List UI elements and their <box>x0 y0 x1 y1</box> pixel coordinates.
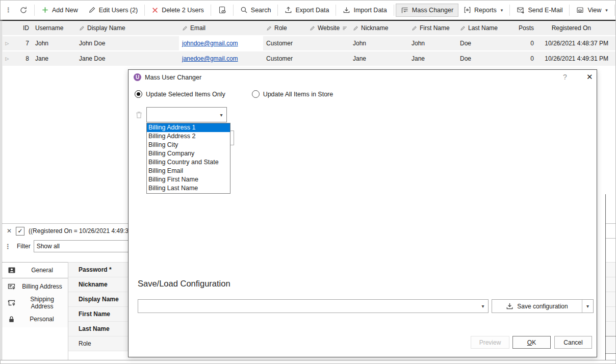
dropdown-option[interactable]: Billing First Name <box>147 175 230 184</box>
edit-pencil-icon <box>79 25 85 31</box>
send-email-button[interactable]: Send E-Mail <box>511 4 568 17</box>
column-header-last-name[interactable]: Last Name <box>457 21 508 35</box>
dropdown-option[interactable]: Billing Address 2 <box>147 132 230 141</box>
cancel-button[interactable]: Cancel <box>554 336 592 349</box>
column-header-username[interactable]: Username <box>32 21 76 35</box>
view-eye-icon <box>576 6 584 14</box>
refresh-button[interactable] <box>14 4 33 17</box>
trash-icon[interactable] <box>135 111 143 119</box>
row-expand-arrow-icon[interactable]: ▷ <box>3 36 12 50</box>
row-expand-arrow-icon[interactable]: ▷ <box>3 51 12 66</box>
form-row-band <box>606 262 616 354</box>
dropdown-option[interactable]: Billing Last Name <box>147 184 230 193</box>
cell-registered-on[interactable]: 10/26/2021 4:48:37 PM <box>537 36 612 50</box>
cell-id[interactable]: 7 <box>12 36 32 50</box>
tab-billing-address[interactable]: Billing Address <box>2 278 68 295</box>
tab-personal[interactable]: Personal <box>2 311 68 327</box>
column-header-email[interactable]: Email <box>179 21 263 35</box>
search-label: Search <box>251 7 271 14</box>
cell-nickname[interactable]: John <box>350 36 408 50</box>
cell-posts[interactable]: 0 <box>508 36 537 50</box>
cell-nickname[interactable]: Jane <box>350 51 408 66</box>
cell-display-name[interactable]: John Doe <box>76 36 179 50</box>
cell-id[interactable]: 8 <box>12 51 32 66</box>
column-header-first-name[interactable]: First Name <box>408 21 457 35</box>
cell-website[interactable] <box>306 36 350 50</box>
close-icon[interactable]: ✕ <box>7 227 12 235</box>
add-new-button[interactable]: Add New <box>36 4 83 16</box>
column-header-id[interactable]: ID <box>12 21 32 35</box>
tab-general[interactable]: General <box>2 262 68 278</box>
dropdown-option[interactable]: Billing Company <box>147 149 230 158</box>
ok-button[interactable]: OK <box>512 336 551 349</box>
history-button[interactable] <box>213 3 232 17</box>
column-header-display-name[interactable]: Display Name <box>76 21 179 35</box>
column-header-nickname[interactable]: Nickname <box>350 21 408 35</box>
field-label-first-name: First Name <box>68 307 128 322</box>
cell-username[interactable]: John <box>32 36 76 50</box>
save-configuration-button[interactable]: Save configuration <box>492 300 582 313</box>
dropdown-option[interactable]: Billing Country and State <box>147 158 230 167</box>
save-configuration-dropdown[interactable]: ▾ <box>582 300 593 313</box>
save-configuration-label: Save configuration <box>517 303 568 310</box>
filter-select[interactable]: Show all <box>34 240 129 252</box>
toolbar-grip-icon[interactable]: ⋮ <box>3 7 14 13</box>
import-data-button[interactable]: Import Data <box>338 4 392 16</box>
cell-display-name[interactable]: Jane Doe <box>76 51 179 66</box>
table-row-john[interactable]: ▷ 7 John John Doe johndoe@gmail.com Cust… <box>3 36 616 50</box>
close-icon[interactable]: ✕ <box>586 72 593 82</box>
dropdown-option[interactable]: Billing City <box>147 141 230 149</box>
toolbar-separator <box>144 5 145 16</box>
send-email-label: Send E-Mail <box>528 7 562 14</box>
cell-role[interactable]: Customer <box>263 51 306 66</box>
cell-last-name[interactable]: Doe <box>457 51 508 66</box>
column-header-website[interactable]: Website <box>306 21 350 35</box>
cell-email[interactable]: janedoe@gmail.com <box>179 51 263 66</box>
tab-label: General <box>20 267 68 274</box>
column-header-posts[interactable]: Posts <box>508 21 537 35</box>
cell-registered-on[interactable]: 10/26/2021 4:49:31 PM <box>537 51 612 66</box>
dropdown-option-selected[interactable]: Billing Address 1 <box>147 123 230 132</box>
cell-posts[interactable]: 0 <box>508 51 537 66</box>
column-header-registered-on[interactable]: Registered On <box>537 21 612 35</box>
view-button[interactable]: View ▾ <box>571 4 612 17</box>
reports-button[interactable]: Reports ▾ <box>458 4 508 16</box>
field-label-last-name: Last Name <box>68 322 128 336</box>
field-label-display-name: Display Name <box>68 292 128 307</box>
field-combobox[interactable]: ▾ <box>146 107 227 122</box>
config-combobox[interactable]: ▾ <box>138 299 489 313</box>
cell-username[interactable]: Jane <box>32 51 76 66</box>
cell-first-name[interactable]: John <box>408 36 457 50</box>
field-label-password: Password * <box>68 263 128 277</box>
save-configuration-split-button: Save configuration ▾ <box>492 299 594 313</box>
table-row-jane[interactable]: ▷ 8 Jane Jane Doe janedoe@gmail.com Cust… <box>3 51 616 66</box>
radio-label: Update All Items in Store <box>263 91 333 98</box>
export-data-button[interactable]: Export Data <box>279 4 334 16</box>
cell-last-name[interactable]: Doe <box>457 36 508 50</box>
radio-update-all[interactable]: Update All Items in Store <box>252 90 333 98</box>
email-link[interactable]: johndoe@gmail.com <box>182 40 238 47</box>
tab-shipping-address[interactable]: Shipping Address <box>2 295 68 311</box>
import-arrow-icon <box>343 6 350 14</box>
refresh-icon <box>19 6 28 14</box>
filter-enabled-checkbox[interactable]: ✓ <box>16 227 24 236</box>
cell-email[interactable]: johndoe@gmail.com <box>179 36 263 50</box>
edit-users-button[interactable]: Edit Users (2) <box>83 4 143 16</box>
edit-pencil-icon <box>88 6 96 14</box>
email-link[interactable]: janedoe@gmail.com <box>182 55 238 62</box>
filter-select-value: Show all <box>37 243 60 250</box>
mass-changer-button[interactable]: * Mass Changer <box>396 4 458 17</box>
radio-update-selected[interactable]: Update Selected Items Only <box>135 90 225 98</box>
cell-role[interactable]: Customer <box>263 36 306 50</box>
sort-filter-icon[interactable] <box>342 25 348 31</box>
column-header-role[interactable]: Role <box>263 21 306 35</box>
preview-button[interactable]: Preview <box>471 336 509 349</box>
filter-grip-icon[interactable]: ⋮ <box>2 243 14 250</box>
dropdown-option[interactable]: Billing Email <box>147 167 230 175</box>
cell-website[interactable] <box>306 51 350 66</box>
chevron-down-icon: ▾ <box>605 8 608 13</box>
search-button[interactable]: Search <box>235 4 276 16</box>
cell-first-name[interactable]: Jane <box>408 51 457 66</box>
delete-users-button[interactable]: Delete 2 Users <box>146 4 209 16</box>
help-icon[interactable]: ? <box>563 73 567 81</box>
